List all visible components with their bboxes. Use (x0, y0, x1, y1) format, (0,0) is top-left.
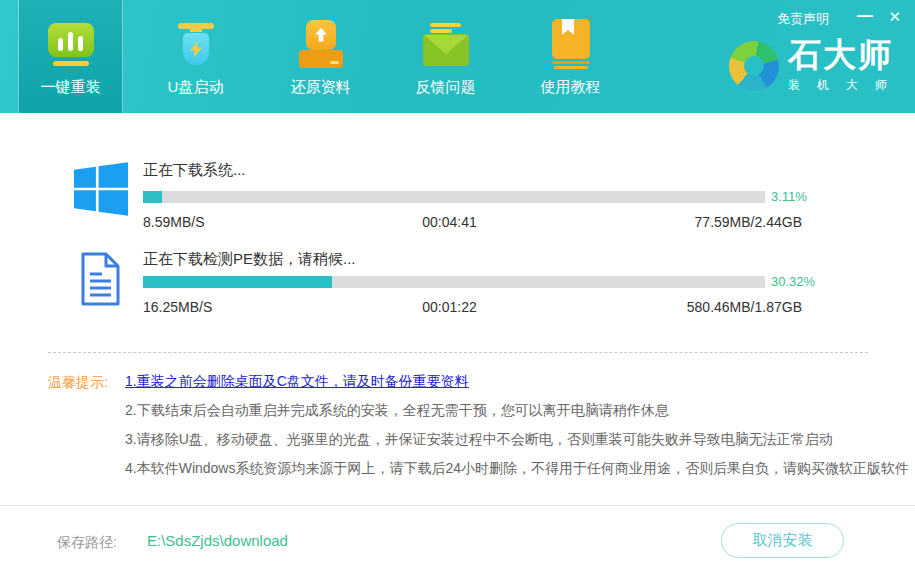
brand-logo: 石大师 装机大师 (729, 38, 900, 94)
tab-label: 一键重装 (41, 78, 101, 97)
windows-logo-icon (74, 162, 128, 220)
bar-chart-icon (48, 15, 94, 73)
tip-item-4: 4.本软件Windows系统资源均来源于网上，请下载后24小时删除，不得用于任何… (125, 454, 885, 483)
tab-label: 反馈问题 (416, 78, 476, 97)
save-path-label: 保存路径: (57, 534, 117, 552)
disclaimer-link[interactable]: 免责声明 (777, 10, 829, 28)
tab-usb-boot[interactable]: U盘启动 (143, 0, 248, 113)
pe-download-speed: 16.25MB/S (143, 299, 212, 315)
brand-title: 石大师 (788, 38, 900, 71)
system-progress-percent: 3.11% (771, 189, 807, 204)
tab-restore-data[interactable]: 还原资料 (268, 0, 373, 113)
brand-subtitle: 装机大师 (788, 77, 900, 94)
nav-tabs: 一键重装 U盘启动 (18, 0, 643, 113)
usb-boot-icon (178, 15, 214, 73)
system-progress-stats: 8.59MB/S 00:04:41 77.59MB/2.44GB (143, 214, 802, 230)
restore-box-icon (296, 15, 346, 73)
pe-progress-fill (143, 276, 332, 288)
tips-title: 温馨提示: (48, 374, 108, 392)
tab-label: 还原资料 (291, 78, 351, 97)
tab-feedback[interactable]: 反馈问题 (393, 0, 498, 113)
app-window: 一键重装 U盘启动 (0, 0, 915, 576)
feedback-mail-icon (423, 15, 469, 73)
header-bar: 一键重装 U盘启动 (0, 0, 915, 113)
cancel-install-button[interactable]: 取消安装 (721, 523, 844, 558)
system-progress-fill (143, 191, 162, 203)
document-icon (78, 252, 122, 310)
brand-text: 石大师 装机大师 (788, 38, 900, 94)
tab-label: U盘启动 (168, 78, 224, 97)
tip-item-1: 1.重装之前会删除桌面及C盘文件，请及时备份重要资料 (125, 367, 885, 396)
pe-progress-percent: 30.32% (771, 274, 815, 289)
tab-label: 使用教程 (541, 78, 601, 97)
minimize-icon[interactable]: — (857, 7, 873, 25)
tip-item-2: 2.下载结束后会自动重启并完成系统的安装，全程无需干预，您可以离开电脑请稍作休息 (125, 396, 885, 425)
tips-list: 1.重装之前会删除桌面及C盘文件，请及时备份重要资料 2.下载结束后会自动重启并… (125, 367, 885, 483)
tab-tutorial[interactable]: 使用教程 (518, 0, 623, 113)
footer-divider (0, 505, 915, 506)
system-download-speed: 8.59MB/S (143, 214, 204, 230)
save-path-value[interactable]: E:\SdsZjds\download (147, 532, 288, 549)
pe-progress-bar (143, 276, 765, 288)
close-icon[interactable]: ✕ (888, 8, 901, 26)
system-time-remaining: 00:04:41 (422, 214, 477, 230)
pe-time-remaining: 00:01:22 (422, 299, 477, 315)
download-pe-label: 正在下载检测PE数据，请稍候... (143, 250, 356, 269)
system-progress-bar (143, 191, 765, 203)
tab-one-key-reinstall[interactable]: 一键重装 (18, 0, 123, 113)
dashed-divider (48, 352, 868, 353)
pe-progress-stats: 16.25MB/S 00:01:22 580.46MB/1.87GB (143, 299, 802, 315)
system-size-progress: 77.59MB/2.44GB (695, 214, 802, 230)
tutorial-book-icon (551, 15, 591, 73)
pe-size-progress: 580.46MB/1.87GB (687, 299, 802, 315)
tip-item-3: 3.请移除U盘、移动硬盘、光驱里的光盘，并保证安装过程中不会断电，否则重装可能失… (125, 425, 885, 454)
brand-swirl-icon (729, 41, 779, 91)
download-system-label: 正在下载系统... (143, 161, 246, 180)
